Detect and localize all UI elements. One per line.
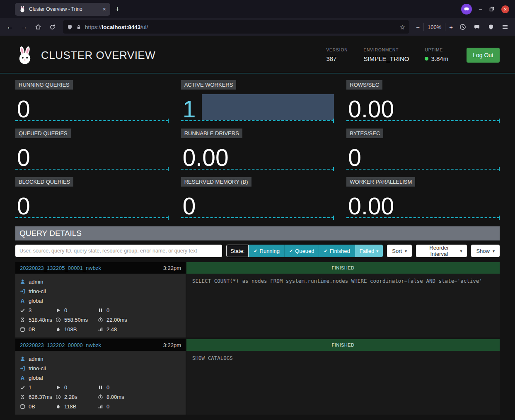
queued-splits-icon [98,308,103,313]
query-sql-text: SELECT COUNT(*) as nodes FROM system.run… [186,274,500,337]
url-bar[interactable]: https://localhost:8443/ui/ ☆ [63,20,409,34]
state-filter-queued[interactable]: ✔Queued [284,245,319,257]
version-label: VERSION [326,48,348,52]
logout-button[interactable]: Log Out [467,48,500,63]
stat-sparkline: 0 [15,191,169,218]
check-icon: ✔ [254,248,257,254]
total-time: 2.28s [64,394,77,400]
new-tab-button[interactable]: + [110,5,125,14]
stat-label: ROWS/SEC [346,80,382,90]
status-dot-icon [425,57,428,61]
stat-value: 0 [17,97,30,121]
zoom-in-icon[interactable]: + [449,24,453,31]
tracking-shield-icon[interactable] [67,24,73,30]
query-time: 3:22pm [163,342,181,348]
uptime-value: 3.84m [425,55,448,62]
query-status-bar: FINISHED [186,339,500,351]
completed-splits: 1 [29,384,31,391]
protections-icon[interactable] [484,21,498,33]
query-resource-group: global [29,298,43,304]
query-user: admin [29,279,43,285]
parallelism: 0 [106,403,109,410]
uptime-group: UPTIME 3.84m [425,48,448,62]
tab-title: Cluster Overview - Trino [29,6,99,12]
stat-runnable-drivers: RUNNABLE DRIVERS 0.00 [181,129,334,170]
minimize-button[interactable]: − [479,6,482,13]
zoom-out-icon[interactable]: − [416,24,420,31]
extensions-icon[interactable] [470,21,484,33]
stat-label: ACTIVE WORKERS [181,80,237,90]
check-icon: ✔ [324,248,327,254]
stats-grid: RUNNING QUERIES 0 ACTIVE WORKERS 1 ROWS/… [0,73,515,221]
zoom-level[interactable]: 100% [428,24,441,30]
version-group: VERSION 387 [326,48,348,62]
uptime-label: UPTIME [425,48,448,52]
query-header: 20220823_132202_00000_nwbzk 3:22pm FINIS… [15,339,500,351]
query-search-input[interactable] [15,245,222,257]
query-id-link[interactable]: 20220823_132205_00001_nwbzk [20,265,101,271]
stat-queued-queries: QUEUED QUERIES 0 [15,129,169,170]
sort-button[interactable]: Sort▾ [387,245,412,257]
zoom-controls: − 100% + [413,23,455,31]
wall-time-icon [20,317,25,323]
caret-down-icon: ▾ [376,249,378,253]
stat-value: 1 [183,97,196,121]
query-header: 20220823_132205_00001_nwbzk 3:22pm FINIS… [15,262,500,274]
query-id-link[interactable]: 20220823_132202_00000_nwbzk [20,342,101,348]
history-icon[interactable] [456,21,469,33]
menu-icon[interactable] [498,21,512,33]
query-info-panel: admin trino-cli Aglobal 1 0 0 626.37ms 2… [15,351,186,415]
caret-down-icon: ▾ [460,249,462,253]
user-icon [20,279,25,284]
trino-logo-icon [15,46,34,65]
query-info-panel: admin trino-cli Aglobal 3 0 0 518.48ms 5… [15,274,186,337]
stat-label: RUNNABLE DRIVERS [181,129,242,138]
stat-sparkline: 0 [181,191,334,218]
stat-value: 0.00 [348,97,394,121]
query-body: admin trino-cli Aglobal 1 0 0 626.37ms 2… [15,351,500,415]
query-stats-grid: 3 0 0 518.48ms 558.50ms 22.00ms 0B 108B … [20,306,181,334]
stat-sparkline: 0.00 [181,142,334,170]
memory-icon [20,404,25,409]
restore-button[interactable] [489,6,495,12]
memory-icon [20,327,25,332]
reorder-interval-button[interactable]: Reorder Interval▾ [416,245,467,257]
show-button[interactable]: Show▾ [471,245,500,257]
query-toolbar: State: ✔Running ✔Queued ✔Finished Failed… [15,245,500,257]
stat-value: 0 [17,146,30,170]
bookmark-star-icon[interactable]: ☆ [399,23,405,31]
query-row: 20220823_132205_00001_nwbzk 3:22pm FINIS… [15,262,500,337]
lock-icon[interactable] [76,24,81,30]
stat-bytes-sec: BYTES/SEC 0 [346,129,500,170]
private-browsing-icon [461,4,472,15]
tab-close-icon[interactable]: × [103,6,106,12]
queued-splits-icon [98,385,103,390]
query-row: 20220823_132202_00000_nwbzk 3:22pm FINIS… [15,339,500,415]
stat-label: QUEUED QUERIES [15,129,71,138]
state-filter-failed[interactable]: Failed▾ [355,245,383,257]
reload-icon[interactable] [46,21,59,33]
back-icon[interactable]: ← [3,21,17,33]
cluster-header: CLUSTER OVERVIEW VERSION 387 ENVIRONMENT… [0,36,515,73]
home-icon[interactable] [31,21,45,33]
source-icon [20,366,25,371]
cpu-time-icon [98,394,103,400]
check-icon: ✔ [289,248,293,254]
resource-group-icon: A [20,375,25,381]
state-filter-running[interactable]: ✔Running [249,245,284,257]
stat-value: 0 [17,194,30,218]
navigation-toolbar: ← → https://localhost:8443/ui/ ☆ − 100% … [0,18,515,36]
tab-bar: Cluster Overview - Trino × + − × [0,0,515,18]
separator [423,23,424,31]
state-filter-finished[interactable]: ✔Finished [319,245,354,257]
query-header-left: 20220823_132202_00000_nwbzk 3:22pm [15,339,186,351]
browser-tab[interactable]: Cluster Overview - Trino × [15,3,110,16]
parallelism: 2.48 [106,326,117,333]
queued-splits: 0 [106,307,109,313]
close-window-button[interactable]: × [501,5,509,13]
environment-group: ENVIRONMENT SIMPLE_TRINO [363,48,409,62]
environment-value: SIMPLE_TRINO [363,55,409,62]
user-icon [20,356,25,362]
parallelism-icon [98,327,103,332]
cpu-time: 8.00ms [106,394,124,400]
